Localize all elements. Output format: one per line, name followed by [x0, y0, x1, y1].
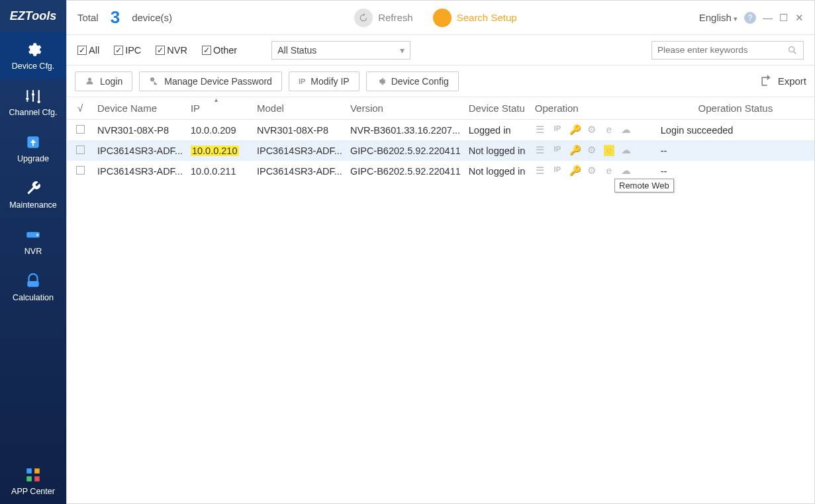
col-device-name[interactable]: Device Name — [93, 97, 187, 120]
cloud-icon[interactable]: ☁ — [621, 145, 632, 156]
sidebar-item-label: Maintenance — [9, 200, 57, 210]
remote-web-icon[interactable]: e — [604, 145, 614, 156]
sidebar-item-app-center[interactable]: APP Center — [0, 458, 66, 504]
close-icon[interactable]: ✕ — [794, 12, 804, 24]
row-checkbox[interactable] — [76, 146, 85, 154]
filter-nvr-checkbox[interactable]: ✓NVR — [156, 45, 187, 56]
search-setup-icon — [433, 9, 452, 27]
detail-icon[interactable]: ☰ — [535, 145, 546, 156]
device-config-button[interactable]: Device Config — [366, 71, 459, 91]
table-row[interactable]: IPC3614SR3-ADF... 10.0.0.211 IPC3614SR3-… — [67, 161, 814, 181]
cell-device-name: IPC3614SR3-ADF... — [93, 140, 187, 161]
help-icon[interactable]: ? — [744, 12, 756, 24]
key-icon[interactable]: 🔑 — [569, 124, 580, 136]
detail-icon[interactable]: ☰ — [535, 124, 546, 136]
row-checkbox[interactable] — [76, 166, 85, 175]
cell-model: NVR301-08X-P8 — [253, 120, 346, 141]
svg-rect-7 — [26, 468, 32, 474]
sort-indicator-icon: ▴ — [215, 97, 218, 103]
cell-ip: 10.0.0.209 — [187, 120, 253, 141]
svg-point-2 — [38, 100, 40, 103]
apps-icon — [24, 466, 42, 483]
sidebar-item-label: Device Cfg. — [12, 62, 55, 71]
cell-device-status: Not logged in — [465, 140, 531, 161]
table-row[interactable]: IPC3614SR3-ADF... 10.0.0.210 IPC3614SR3-… — [67, 140, 814, 161]
ip-icon[interactable]: IP — [552, 145, 563, 156]
cell-version: GIPC-B6202.5.92.220411 — [346, 161, 465, 181]
sidebar-item-nvr[interactable]: NVR — [0, 218, 66, 264]
export-icon — [759, 75, 773, 88]
filter-all-checkbox[interactable]: ✓All — [77, 45, 99, 56]
svg-point-13 — [150, 77, 154, 81]
key-icon[interactable]: 🔑 — [569, 165, 580, 177]
ip-icon[interactable]: IP — [552, 165, 563, 177]
gear-icon[interactable]: ⚙ — [587, 165, 597, 177]
toolbar: Login Manage Device Password IPModify IP… — [67, 65, 814, 97]
sidebar-item-channel-cfg[interactable]: Channel Cfg. — [0, 79, 66, 125]
gear-icon[interactable]: ⚙ — [587, 124, 597, 136]
cloud-icon[interactable]: ☁ — [621, 124, 632, 136]
wrench-icon — [24, 180, 42, 197]
table-row[interactable]: NVR301-08X-P8 10.0.0.209 NVR301-08X-P8 N… — [67, 120, 814, 141]
col-device-status[interactable]: Device Statu — [465, 97, 531, 120]
search-icon[interactable] — [787, 45, 798, 56]
sidebar-item-upgrade[interactable]: Upgrade — [0, 125, 66, 171]
sliders-icon — [24, 87, 42, 105]
app-logo: EZTools — [0, 0, 66, 32]
detail-icon[interactable]: ☰ — [535, 165, 546, 177]
svg-rect-8 — [34, 468, 40, 474]
upgrade-icon — [24, 134, 42, 151]
nvr-icon — [24, 226, 42, 243]
row-checkbox[interactable] — [76, 125, 85, 134]
sidebar-item-device-cfg[interactable]: Device Cfg. — [0, 32, 66, 79]
filter-ipc-checkbox[interactable]: ✓IPC — [114, 45, 141, 56]
ip-icon[interactable]: IP — [552, 124, 563, 136]
sidebar-item-label: Calculation — [13, 293, 54, 302]
status-select[interactable]: All Status ▾ — [271, 41, 410, 60]
cell-device-status: Logged in — [465, 120, 531, 141]
svg-point-0 — [26, 97, 28, 100]
key-icon[interactable]: 🔑 — [569, 145, 580, 156]
modify-ip-button[interactable]: IPModify IP — [289, 71, 360, 91]
sidebar: EZTools Device Cfg. Channel Cfg. Upgrade… — [0, 0, 66, 504]
language-selector[interactable]: English — [699, 12, 738, 23]
manage-password-button[interactable]: Manage Device Password — [139, 71, 282, 91]
cell-operation-status: Login succeeded — [657, 120, 814, 141]
col-operation-status[interactable]: Operation Status — [657, 97, 814, 120]
col-ip[interactable]: IP▴ — [187, 97, 253, 120]
col-operation[interactable]: Operation — [531, 97, 657, 120]
minimize-icon[interactable]: — — [763, 12, 772, 23]
maximize-icon[interactable]: ☐ — [779, 12, 788, 24]
sidebar-item-label: APP Center — [11, 487, 55, 496]
remote-web-icon[interactable]: e — [604, 165, 614, 177]
ip-icon: IP — [299, 77, 305, 85]
search-setup-button[interactable]: Search Setup — [433, 9, 517, 27]
svg-point-11 — [789, 46, 794, 52]
remote-web-icon[interactable]: e — [604, 124, 614, 136]
topbar: Total 3 device(s) Refresh Search Setup E… — [67, 1, 814, 35]
login-button[interactable]: Login — [75, 71, 132, 91]
cell-version: GIPC-B6202.5.92.220411 — [346, 140, 465, 161]
col-model[interactable]: Model — [253, 97, 346, 120]
col-check[interactable]: √ — [67, 97, 93, 120]
gear-icon[interactable]: ⚙ — [587, 145, 597, 156]
gear-icon — [24, 41, 42, 58]
sidebar-item-label: NVR — [24, 247, 42, 256]
cell-ip: 10.0.0.210 — [187, 140, 253, 161]
sidebar-item-calculation[interactable]: Calculation — [0, 264, 66, 310]
cloud-icon[interactable]: ☁ — [621, 165, 632, 177]
refresh-button[interactable]: Refresh — [354, 9, 413, 27]
operation-icons: ☰ IP 🔑 ⚙ e ☁ — [535, 165, 653, 177]
cell-model: IPC3614SR3-ADF... — [253, 161, 346, 181]
search-input[interactable] — [657, 45, 787, 55]
filter-other-checkbox[interactable]: ✓Other — [202, 45, 237, 56]
main-panel: Total 3 device(s) Refresh Search Setup E… — [66, 0, 815, 504]
export-button[interactable]: Export — [759, 75, 806, 88]
operation-icons: ☰ IP 🔑 ⚙ e ☁ — [535, 145, 653, 156]
search-box[interactable] — [651, 41, 804, 60]
svg-point-1 — [32, 93, 34, 95]
col-version[interactable]: Version — [346, 97, 465, 120]
sidebar-item-label: Upgrade — [17, 154, 49, 163]
devices-label: device(s) — [132, 12, 172, 23]
sidebar-item-maintenance[interactable]: Maintenance — [0, 171, 66, 218]
